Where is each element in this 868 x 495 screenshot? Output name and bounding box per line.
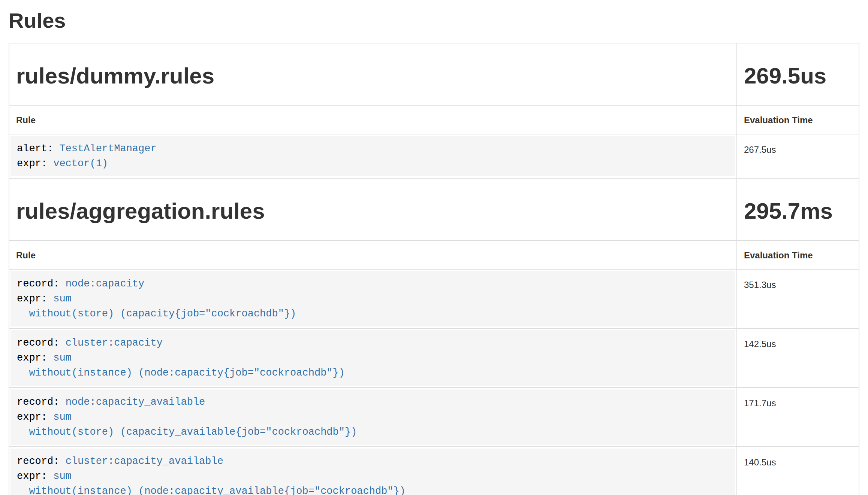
rule-keyword: expr:: [17, 158, 53, 169]
rule-column-header: Rule: [9, 105, 737, 134]
group-eval-cell: 269.5us: [737, 43, 859, 105]
group-eval-cell: 295.7ms: [737, 178, 859, 240]
rule-cell: record: node:capacity expr: sum without(…: [9, 269, 737, 328]
eval-column-header: Evaluation Time: [737, 105, 859, 134]
group-header-row: rules/dummy.rules269.5us: [9, 43, 859, 105]
rule-definition: record: node:capacity_available expr: su…: [10, 389, 735, 445]
column-header-row: RuleEvaluation Time: [9, 105, 859, 134]
column-header-row: RuleEvaluation Time: [9, 240, 859, 269]
rule-cell: record: node:capacity_available expr: su…: [9, 388, 737, 447]
rule-row: record: cluster:capacity expr: sum witho…: [9, 328, 859, 388]
rule-cell: record: cluster:capacity_available expr:…: [9, 447, 737, 495]
rule-column-header: Rule: [9, 240, 737, 269]
rules-page: Rules rules/dummy.rules269.5usRuleEvalua…: [0, 0, 868, 495]
rule-definition: alert: TestAlertManager expr: vector(1): [10, 136, 735, 176]
group-header-row: rules/aggregation.rules295.7ms: [9, 178, 859, 240]
rule-cell: alert: TestAlertManager expr: vector(1): [9, 134, 737, 178]
rule-link[interactable]: cluster:capacity_available: [66, 456, 223, 467]
rule-keyword: expr:: [17, 471, 53, 482]
rule-evaluation-time: 351.3us: [737, 269, 859, 328]
rule-link[interactable]: node:capacity: [66, 278, 145, 289]
group-file-name: rules/dummy.rules: [16, 64, 730, 88]
rule-evaluation-time: 142.5us: [737, 328, 859, 388]
rule-definition: record: cluster:capacity_available expr:…: [10, 449, 735, 495]
eval-column-header: Evaluation Time: [737, 240, 859, 269]
group-evaluation-time: 269.5us: [744, 64, 852, 88]
rule-keyword: expr:: [17, 412, 53, 423]
rule-link[interactable]: sum without(store) (capacity{job="cockro…: [17, 293, 296, 319]
rule-evaluation-time: 267.5us: [737, 134, 859, 178]
rule-keyword: record:: [17, 278, 66, 289]
rule-link[interactable]: sum without(instance) (node:capacity_ava…: [17, 471, 406, 495]
rule-keyword: expr:: [17, 352, 53, 364]
group-file-cell: rules/aggregation.rules: [9, 178, 737, 240]
rule-link[interactable]: sum without(instance) (node:capacity{job…: [17, 352, 345, 379]
rule-definition: record: cluster:capacity expr: sum witho…: [10, 330, 735, 386]
rule-row: record: node:capacity_available expr: su…: [9, 388, 859, 447]
rule-keyword: alert:: [17, 143, 59, 154]
rule-row: record: node:capacity expr: sum without(…: [9, 269, 859, 328]
rule-definition: record: node:capacity expr: sum without(…: [10, 271, 735, 327]
rule-keyword: record:: [17, 397, 66, 408]
group-file-name: rules/aggregation.rules: [16, 199, 730, 224]
rule-keyword: record:: [17, 337, 66, 349]
rule-evaluation-time: 171.7us: [737, 388, 859, 447]
group-evaluation-time: 295.7ms: [744, 199, 852, 224]
rule-link[interactable]: vector(1): [53, 158, 108, 169]
rule-link[interactable]: TestAlertManager: [59, 143, 156, 154]
rule-link[interactable]: cluster:capacity: [66, 337, 163, 349]
rule-keyword: expr:: [17, 293, 53, 304]
rule-link[interactable]: node:capacity_available: [66, 397, 205, 408]
rule-row: alert: TestAlertManager expr: vector(1)2…: [9, 134, 859, 178]
page-title: Rules: [9, 9, 859, 32]
group-file-cell: rules/dummy.rules: [9, 43, 737, 105]
rule-row: record: cluster:capacity_available expr:…: [9, 447, 859, 495]
rule-keyword: record:: [17, 456, 66, 467]
rule-link[interactable]: sum without(store) (capacity_available{j…: [17, 412, 357, 438]
rules-table: rules/dummy.rules269.5usRuleEvaluation T…: [9, 43, 859, 495]
rule-cell: record: cluster:capacity expr: sum witho…: [9, 328, 737, 388]
rule-evaluation-time: 140.5us: [737, 447, 859, 495]
